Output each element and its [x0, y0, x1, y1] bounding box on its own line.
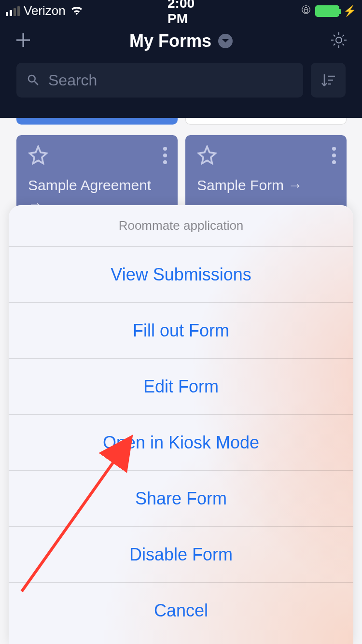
card-accent: [16, 118, 178, 125]
settings-button[interactable]: [329, 30, 348, 52]
sheet-title: Roommate application: [9, 205, 353, 247]
card-menu-button[interactable]: [163, 147, 167, 164]
sort-button[interactable]: [311, 63, 346, 98]
svg-point-4: [336, 37, 342, 43]
cancel-button[interactable]: Cancel: [9, 583, 353, 639]
action-view-submissions[interactable]: View Submissions: [9, 247, 353, 303]
action-share-form[interactable]: Share Form: [9, 471, 353, 527]
app-header: Verizon 2:00 PM ⚡ My Forms: [0, 0, 362, 118]
action-fill-out-form[interactable]: Fill out Form: [9, 303, 353, 359]
rotation-lock-icon: [301, 3, 311, 18]
action-open-kiosk-mode[interactable]: Open in Kiosk Mode: [9, 415, 353, 471]
action-disable-form[interactable]: Disable Form: [9, 527, 353, 583]
carrier-label: Verizon: [24, 3, 66, 18]
star-icon[interactable]: [28, 158, 48, 167]
card-menu-button[interactable]: [332, 147, 336, 164]
chevron-down-icon: [218, 34, 233, 48]
action-sheet: Roommate application View Submissions Fi…: [9, 205, 353, 644]
card-accent: [185, 118, 347, 125]
search-input[interactable]: Search: [16, 63, 303, 98]
svg-rect-1: [304, 10, 307, 13]
card-title: Sample Form →: [197, 176, 335, 195]
status-bar: Verizon 2:00 PM ⚡: [0, 0, 362, 19]
add-button[interactable]: [14, 30, 33, 52]
wifi-icon: [70, 3, 84, 18]
action-edit-form[interactable]: Edit Form: [9, 359, 353, 415]
charging-icon: ⚡: [343, 5, 356, 17]
signal-icon: [6, 6, 20, 16]
star-icon[interactable]: [197, 158, 217, 167]
battery-icon: [315, 5, 339, 17]
search-icon: [26, 73, 41, 87]
search-placeholder: Search: [48, 71, 97, 89]
page-title: My Forms: [129, 31, 211, 51]
clock: 2:00 PM: [167, 0, 195, 27]
page-title-dropdown[interactable]: My Forms: [129, 31, 233, 51]
